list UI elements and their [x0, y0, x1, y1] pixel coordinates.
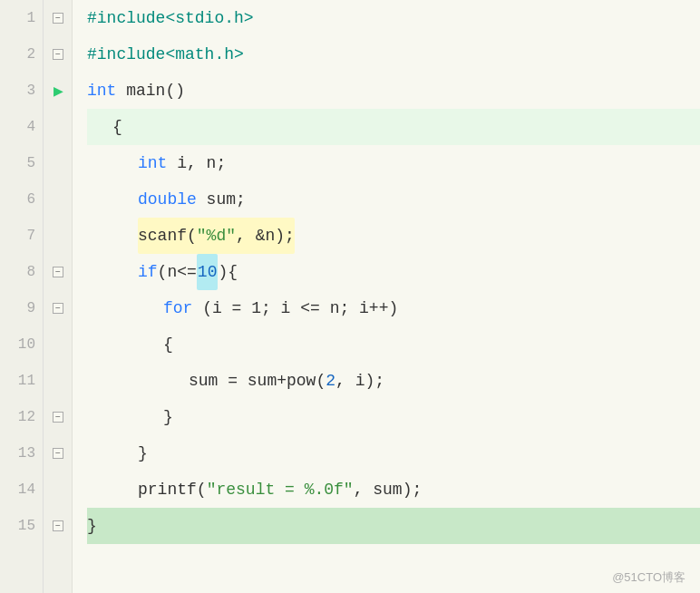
code-token: , sum); [354, 471, 423, 508]
fold-collapse-icon[interactable] [53, 448, 63, 459]
gutter-cell [44, 326, 72, 363]
code-token-keyword: double [138, 181, 197, 218]
highlight-scanf: scanf("%d", &n); [138, 218, 295, 254]
line-number: 12 [10, 399, 35, 435]
code-token: ){ [218, 254, 238, 290]
code-line: int main() [87, 73, 700, 109]
code-token-keyword: if [138, 254, 158, 290]
code-line: { [87, 326, 700, 363]
code-line: #include<stdio.h> [87, 0, 700, 36]
line-number: 8 [10, 254, 35, 290]
fold-collapse-icon[interactable] [53, 520, 63, 531]
code-token-string: "result = %.0f" [207, 471, 354, 508]
code-line: if(n<=10){ [87, 254, 700, 290]
code-line: } [87, 399, 700, 435]
gutter-cell [44, 508, 72, 544]
line-number: 6 [10, 181, 35, 218]
code-token: , i); [335, 363, 384, 399]
line-number: 4 [10, 109, 35, 145]
code-token: #include<math.h> [87, 36, 244, 73]
gutter-cell [44, 254, 72, 290]
line-number: 14 [10, 471, 35, 508]
fold-collapse-icon[interactable] [53, 412, 63, 423]
code-line: { [87, 109, 700, 145]
gutter-cell [44, 145, 72, 181]
line-number: 5 [10, 145, 35, 181]
watermark: @51CTO博客 [612, 569, 685, 586]
code-line: } [87, 508, 700, 544]
line-number: 7 [10, 218, 35, 254]
fold-collapse-icon[interactable] [53, 303, 63, 314]
code-token: scanf( [138, 227, 197, 245]
gutter-cell [44, 218, 72, 254]
code-line: sum = sum+pow(2, i); [87, 363, 700, 399]
gutter-cell [44, 181, 72, 218]
code-line: double sum; [87, 181, 700, 218]
gutter-cell [44, 0, 72, 36]
gutter-cell [44, 363, 72, 399]
code-line: scanf("%d", &n); [87, 218, 700, 254]
gutter: ▶ [44, 0, 73, 593]
code-token: } [138, 435, 148, 471]
code-line: printf("result = %.0f", sum); [87, 471, 700, 508]
code-token: sum; [197, 181, 246, 218]
code-token-number: 2 [326, 363, 335, 399]
code-token: #include<stdio.h> [87, 0, 254, 36]
code-token-keyword: int [87, 73, 116, 109]
code-token: } [163, 399, 173, 435]
code-token: } [87, 508, 97, 544]
line-number: 2 [10, 36, 35, 73]
code-line: } [87, 435, 700, 471]
code-line: int i, n; [87, 145, 700, 181]
gutter-cell [44, 471, 72, 508]
code-token: printf( [138, 471, 207, 508]
fold-collapse-icon[interactable] [53, 13, 63, 24]
code-token: , &n); [236, 227, 295, 245]
code-token: (i = 1; i <= n; i++) [192, 290, 398, 326]
debug-arrow-icon: ▶ [53, 81, 63, 101]
code-token-keyword: for [163, 290, 192, 326]
code-token-keyword: int [138, 145, 167, 181]
line-number: 11 [10, 363, 35, 399]
code-token-string: "%d" [197, 227, 236, 245]
gutter-cell: ▶ [44, 73, 72, 109]
gutter-cell [44, 36, 72, 73]
code-line: #include<math.h> [87, 36, 700, 73]
line-number: 15 [10, 508, 35, 544]
code-area: 123456789101112131415 ▶ #include<stdio.h… [0, 0, 700, 593]
line-numbers: 123456789101112131415 [0, 0, 44, 593]
code-editor: 123456789101112131415 ▶ #include<stdio.h… [0, 0, 700, 593]
gutter-cell [44, 290, 72, 326]
line-number: 1 [10, 0, 35, 36]
line-number: 3 [10, 73, 35, 109]
code-lines: #include<stdio.h>#include<math.h>int mai… [73, 0, 700, 593]
code-token: main() [116, 73, 185, 109]
fold-collapse-icon[interactable] [53, 49, 63, 60]
fold-collapse-icon[interactable] [53, 267, 63, 277]
code-token-number-highlight: 10 [197, 254, 219, 290]
line-number: 10 [10, 326, 35, 363]
line-number: 13 [10, 435, 35, 471]
code-token: (n<= [158, 254, 197, 290]
code-token: i, n; [167, 145, 226, 181]
gutter-cell [44, 109, 72, 145]
gutter-cell [44, 399, 72, 435]
code-token: { [163, 326, 173, 363]
code-token: sum = sum+pow( [189, 363, 326, 399]
code-token: { [112, 109, 122, 145]
line-number: 9 [10, 290, 35, 326]
code-line: for (i = 1; i <= n; i++) [87, 290, 700, 326]
gutter-cell [44, 435, 72, 471]
